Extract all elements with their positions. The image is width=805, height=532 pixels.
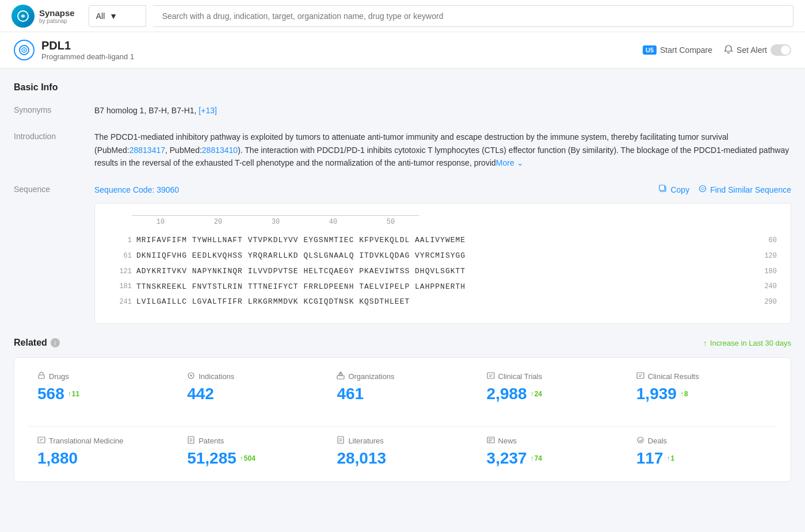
literatures-icon	[337, 436, 345, 446]
sequence-label: Sequence	[14, 183, 94, 324]
clinical-results-icon	[636, 372, 644, 381]
deals-label: Deals	[636, 436, 768, 446]
seq-num-right-5: 290	[754, 297, 777, 308]
seq-num-right-4: 240	[754, 281, 777, 292]
ruler-40: 40	[304, 215, 362, 228]
translational-value: 1,880	[37, 449, 169, 468]
organizations-value: 461	[337, 385, 468, 403]
synonyms-value: B7 homolog 1, B7-H, B7-H1, [+13]	[94, 104, 791, 117]
news-value: 3,237 ↑74	[487, 449, 618, 468]
related-header: Related i ↑ Increase in Last 30 days	[14, 338, 791, 348]
pubmed1-link[interactable]: 28813417	[129, 146, 165, 155]
page-title-area: PDL1 Programmed death-ligand 1	[41, 39, 643, 61]
patents-label-text: Patents	[199, 437, 224, 445]
translational-icon	[37, 436, 45, 446]
stat-indications[interactable]: Indications 442	[178, 372, 327, 403]
drugs-count: 568	[37, 385, 64, 403]
clinical-results-count: 1,939	[636, 385, 677, 403]
deals-value: 117 ↑1	[636, 449, 768, 468]
sequence-actions: Copy Find Similar Sequence	[659, 183, 791, 196]
svg-rect-9	[337, 376, 344, 379]
clinical-trials-value: 2,988 ↑24	[487, 385, 618, 403]
increase-text: Increase in Last 30 days	[710, 339, 791, 347]
sequence-code-link[interactable]: Sequence Code: 39060	[94, 183, 179, 196]
literatures-label: Literatures	[337, 436, 468, 446]
alert-toggle[interactable]	[770, 44, 791, 56]
sequence-value: Sequence Code: 39060 Copy	[94, 183, 791, 324]
related-title: Related	[14, 338, 47, 348]
search-type-dropdown[interactable]: All ▼	[89, 5, 146, 27]
seq-aa-4: TTNSKREEKL FNVTSTLRIN TTTNEIFYCT FRRLDPE…	[136, 281, 754, 293]
set-alert-button[interactable]: Set Alert	[724, 44, 791, 56]
ruler-20: 20	[189, 215, 247, 228]
news-label-text: News	[498, 437, 517, 445]
clinical-trials-change: ↑24	[531, 390, 542, 398]
svg-rect-13	[637, 373, 644, 378]
indications-count: 442	[187, 385, 214, 403]
stat-news[interactable]: News 3,237 ↑74	[478, 426, 627, 468]
drugs-label: Drugs	[37, 372, 169, 381]
compare-icon: U5	[643, 45, 657, 55]
synonyms-text: B7 homolog 1, B7-H, B7-H1,	[94, 106, 199, 115]
sequence-row: Sequence Sequence Code: 39060 Copy	[14, 183, 791, 324]
patents-count: 51,285	[187, 449, 236, 468]
news-count: 3,237	[487, 449, 527, 468]
clinical-results-value: 1,939 ↑8	[636, 385, 768, 403]
translational-label-text: Translational Medicine	[49, 437, 124, 445]
literatures-label-text: Literatures	[348, 437, 383, 445]
compare-label: Start Compare	[660, 45, 712, 55]
sequence-header: Sequence Code: 39060 Copy	[94, 183, 791, 196]
introduction-row: Introduction The PDCD1-mediated inhibito…	[14, 131, 791, 169]
seq-aa-5: LVILGAILLC LGVALTFIFR LRKGRMMDVK KCGIQDT…	[136, 296, 754, 308]
seq-row-5: 241 LVILGAILLC LGVALTFIFR LRKGRMMDVK KCG…	[109, 296, 777, 308]
start-compare-button[interactable]: U5 Start Compare	[643, 45, 712, 55]
introduction-label: Introduction	[14, 131, 94, 169]
sequence-box: 10 20 30 40 50 1 MRIFAVFIFM TYWHLLNAFT V…	[94, 203, 791, 324]
alert-icon	[724, 45, 733, 56]
stat-patents[interactable]: Patents 51,285 ↑504	[178, 426, 327, 468]
clinical-results-change: ↑8	[680, 390, 688, 398]
deals-count: 117	[636, 449, 663, 468]
literatures-count: 28,013	[337, 449, 386, 468]
main-content: Basic Info Synonyms B7 homolog 1, B7-H, …	[0, 68, 805, 496]
stat-clinical-results[interactable]: Clinical Results 1,939 ↑8	[627, 372, 777, 403]
seq-row-3: 121 ADYKRITVKV NAPYNKINQR ILVVDPVTSE HEL…	[109, 266, 777, 278]
logo: Synapse by patsnap	[12, 5, 75, 28]
copy-button[interactable]: Copy	[659, 183, 689, 196]
seq-num-right-1: 60	[754, 235, 777, 246]
clinical-trials-label: Clinical Trials	[487, 372, 618, 381]
patents-value: 51,285 ↑504	[187, 449, 318, 468]
more-link[interactable]: More ⌄	[496, 158, 524, 167]
svg-point-18	[638, 437, 643, 443]
stat-drugs[interactable]: Drugs 568 ↑11	[28, 372, 178, 403]
indications-label: Indications	[187, 372, 318, 381]
chevron-down-icon: ▼	[109, 12, 117, 21]
related-stats-row1: Drugs 568 ↑11 Indications	[28, 372, 777, 468]
synonyms-more-link[interactable]: [+13]	[199, 106, 217, 115]
svg-rect-14	[38, 437, 45, 443]
related-info-icon: i	[51, 338, 60, 347]
introduction-value: The PDCD1-mediated inhibitory pathway is…	[94, 131, 791, 169]
stat-organizations[interactable]: Organizations 461	[327, 372, 477, 403]
indications-value: 442	[187, 385, 318, 403]
find-similar-button[interactable]: Find Similar Sequence	[699, 183, 791, 196]
stat-translational[interactable]: Translational Medicine 1,880	[28, 426, 178, 468]
stat-deals[interactable]: Deals 117 ↑1	[627, 426, 777, 468]
seq-aa-1: MRIFAVFIFM TYWHLLNAFT VTVPKDLYVV EYGSNMT…	[136, 235, 754, 247]
search-bar[interactable]	[153, 5, 793, 27]
basic-info-title: Basic Info	[14, 82, 791, 93]
svg-rect-5	[659, 185, 665, 190]
stat-clinical-trials[interactable]: Clinical Trials 2,988 ↑24	[478, 372, 627, 403]
seq-num-left-5: 241	[109, 297, 132, 308]
dropdown-label: All	[96, 12, 105, 21]
copy-label: Copy	[670, 183, 689, 196]
clinical-results-label-text: Clinical Results	[648, 372, 699, 381]
seq-num-right-2: 120	[754, 251, 777, 262]
stat-literatures[interactable]: Literatures 28,013	[327, 426, 477, 468]
page-subtitle: Programmed death-ligand 1	[41, 52, 643, 61]
pubmed2-link[interactable]: 28813410	[202, 146, 238, 155]
seq-num-right-3: 180	[754, 266, 777, 277]
clinical-trials-count: 2,988	[487, 385, 527, 403]
seq-row-2: 61 DKNIIQFVHG EEDLKVQHSS YRQRARLLKD QLSL…	[109, 250, 777, 262]
search-input[interactable]	[153, 5, 793, 27]
